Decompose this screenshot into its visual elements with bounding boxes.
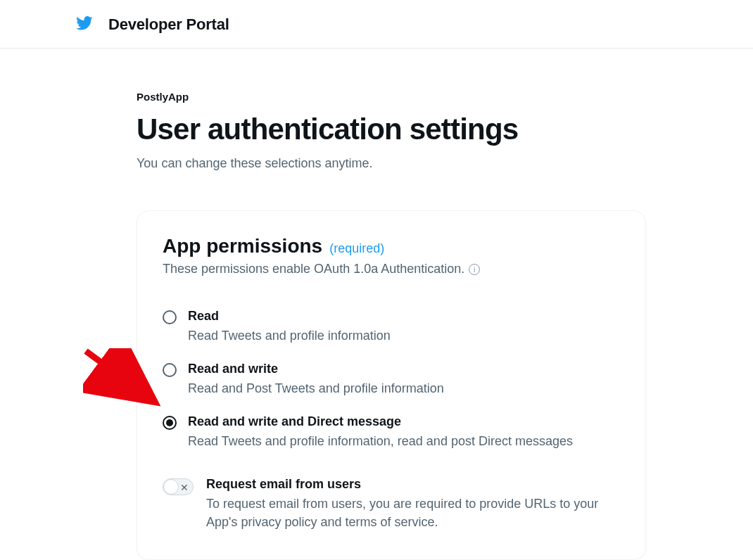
app-permissions-card: App permissions (required) These permiss… [137, 210, 646, 560]
request-email-row: ✕ Request email from users To request em… [163, 477, 620, 531]
option-label: Read and write [188, 362, 444, 376]
request-email-toggle[interactable]: ✕ [163, 478, 194, 495]
radio-option-read-write-dm[interactable]: Read and write and Direct message Read T… [163, 407, 620, 460]
option-description: Read Tweets and profile information, rea… [188, 432, 573, 450]
section-title: App permissions [163, 235, 322, 257]
request-email-label: Request email from users [206, 477, 620, 492]
info-icon[interactable]: i [469, 264, 480, 275]
close-icon: ✕ [180, 481, 189, 495]
radio-icon [163, 363, 177, 377]
topbar: Developer Portal [0, 0, 753, 49]
portal-title: Developer Portal [108, 15, 229, 34]
breadcrumb-app-name: PostlyApp [137, 91, 647, 103]
section-description: These permissions enable OAuth 1.0a Auth… [163, 262, 464, 276]
page-content: PostlyApp User authentication settings Y… [0, 49, 647, 560]
option-label: Read [188, 309, 391, 324]
option-description: Read Tweets and profile information [188, 326, 391, 345]
option-description: Read and Post Tweets and profile informa… [188, 379, 444, 397]
required-label: (required) [329, 241, 384, 256]
permission-options: Read Read Tweets and profile information… [163, 302, 620, 460]
page-title: User authentication settings [137, 113, 647, 146]
request-email-description: To request email from users, you are req… [206, 495, 620, 531]
radio-icon [163, 310, 177, 324]
radio-icon [163, 416, 177, 430]
radio-option-read[interactable]: Read Read Tweets and profile information [163, 302, 620, 355]
radio-option-read-write[interactable]: Read and write Read and Post Tweets and … [163, 355, 620, 407]
page-subtitle: You can change these selections anytime. [137, 156, 647, 171]
toggle-knob [163, 479, 179, 495]
twitter-bird-icon [76, 16, 93, 33]
option-label: Read and write and Direct message [188, 414, 573, 429]
